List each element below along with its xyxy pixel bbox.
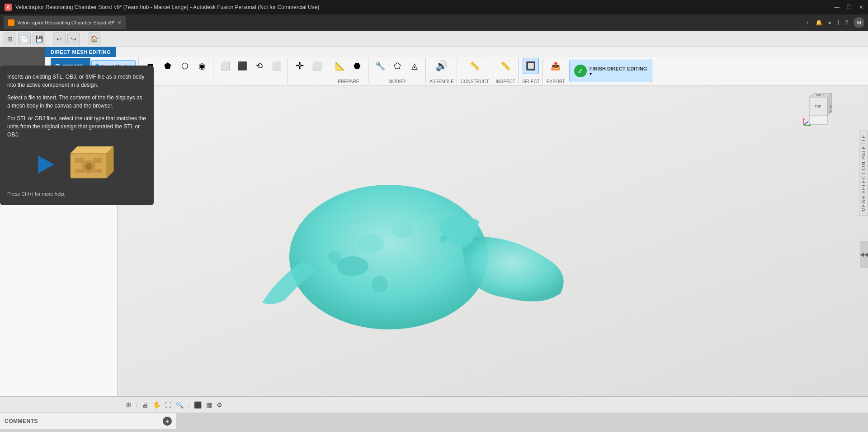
close-button[interactable]: ✕ [859, 4, 863, 10]
modify-tool-2[interactable]: ⬠ [389, 58, 406, 74]
frame-tool-1[interactable]: ⬜ [217, 58, 233, 74]
svg-point-10 [357, 235, 384, 253]
view-cube-svg: BACK TOP RIGHT [800, 93, 836, 129]
inspect-tool[interactable]: 📏 [497, 58, 514, 74]
convert-tool[interactable]: ⟲ [251, 58, 268, 74]
title-bar-text: Velociraptor Resonating Chamber Stand v9… [15, 4, 319, 10]
add-comment-button[interactable]: + [163, 417, 172, 426]
canvas-area[interactable]: BACK TOP RIGHT ◀◀ MESH SELECTION [118, 85, 868, 396]
home-button[interactable]: 🏠 [88, 33, 100, 45]
separator-2 [84, 34, 84, 43]
tab-icon [8, 19, 14, 26]
design-banner-row: DIRECT MESH EDITING [0, 47, 868, 57]
zoom-fit-btn[interactable]: ⛶ [165, 401, 171, 409]
display-btn[interactable]: ⬛ [194, 401, 202, 409]
view-cube[interactable]: BACK TOP RIGHT [800, 93, 836, 129]
help-icon[interactable]: ? [845, 19, 848, 26]
svg-point-15 [372, 276, 388, 292]
sphere-tool[interactable]: ⬟ [160, 58, 176, 74]
grid-button[interactable]: ⊞ [4, 33, 16, 45]
svg-marker-24 [809, 124, 811, 126]
title-bar-left: A Velociraptor Resonating Chamber Stand … [5, 4, 319, 11]
settings-btn[interactable]: ⚙ [217, 401, 222, 409]
svg-point-6 [85, 163, 92, 170]
finish-label: FINISH DIRECT EDITING ▾ [590, 66, 647, 76]
prepare-tool-2[interactable]: ⬣ [349, 58, 365, 74]
toolbar-main: ⊕ CREATE ▾ 🔷 Insert Mesh ⋯ ◼ ⬟ [45, 57, 868, 85]
undo-button[interactable]: ↩ [53, 33, 66, 45]
construct-tool[interactable]: 📏 [467, 58, 483, 74]
modify-label: MODIFY [388, 79, 406, 84]
svg-point-11 [391, 222, 414, 238]
hand-btn[interactable]: ✋ [153, 401, 160, 409]
scale-tool[interactable]: ⬜ [309, 58, 325, 74]
sidebar: ◀ BROWSER ▼ 👁 📄 Velociraptor Resonating … [0, 85, 118, 396]
frame-tool-2[interactable]: ⬛ [234, 58, 250, 74]
select-label: SELECT [522, 79, 540, 84]
save-button[interactable]: 💾 [33, 33, 45, 45]
select-tool[interactable]: 🔲 [523, 58, 539, 74]
prepare-group: 📐 ⬣ PREPARE [329, 58, 368, 84]
export-label: EXPORT [547, 79, 565, 84]
comments-label: COMMENTS [5, 418, 38, 424]
svg-point-16 [328, 251, 341, 263]
svg-rect-3 [75, 158, 84, 163]
export-tool[interactable]: 📤 [547, 58, 564, 74]
cylinder-tool[interactable]: ⬡ [177, 58, 193, 74]
assemble-tool[interactable]: 🔊 [434, 58, 450, 74]
edit-tools-group: ⬜ ⬛ ⟲ ⬜ [214, 58, 288, 84]
modify-tool-3[interactable]: ◬ [406, 58, 423, 74]
svg-rect-7 [75, 169, 84, 173]
select-inner: 🔲 [523, 58, 539, 74]
svg-point-14 [439, 235, 447, 243]
svg-point-12 [337, 256, 368, 276]
finish-direct-editing-button[interactable]: ✓ FINISH DIRECT EDITING ▾ [569, 60, 652, 82]
export-group: 📤 EXPORT [544, 58, 568, 84]
notifications-icon[interactable]: 🔔 [816, 19, 822, 26]
svg-line-25 [804, 122, 808, 125]
right-panel-toggle[interactable]: ◀◀ [860, 241, 868, 268]
minimize-button[interactable]: — [834, 4, 840, 10]
online-icon[interactable]: ● [828, 19, 831, 26]
move-bottom-btn[interactable]: ⊕ [126, 400, 132, 409]
print-btn[interactable]: 🖨 [142, 401, 148, 409]
zoom-btn[interactable]: 🔍 [176, 401, 184, 409]
app-icon: A [5, 4, 12, 11]
select-group: 🔲 SELECT [519, 58, 543, 84]
edit-tools-inner: ⬜ ⬛ ⟲ ⬜ [217, 58, 285, 74]
modify-tool-1[interactable]: 🔧 [372, 58, 388, 74]
export-inner: 📤 [547, 58, 564, 74]
svg-marker-1 [71, 146, 113, 153]
finish-check-icon: ✓ [574, 65, 587, 77]
extrude-tool[interactable]: ⬜ [269, 58, 285, 74]
torus-tool[interactable]: ◉ [194, 58, 210, 74]
redo-button[interactable]: ↪ [67, 33, 80, 45]
3d-model [244, 131, 583, 366]
cube-top-label: TOP [815, 105, 821, 108]
tab-close-button[interactable]: × [118, 19, 121, 26]
window-controls[interactable]: — ❐ ✕ [834, 4, 863, 10]
assemble-label: ASSEMBLE [429, 79, 454, 84]
maximize-button[interactable]: ❐ [847, 4, 852, 10]
main-content: ◀ BROWSER ▼ 👁 📄 Velociraptor Resonating … [0, 85, 868, 396]
add-tab-button[interactable]: ＋ [805, 19, 810, 27]
inspect-inner: 📏 [497, 58, 514, 74]
tooltip-image [7, 144, 118, 185]
direct-mesh-banner: DIRECT MESH EDITING [45, 47, 116, 57]
bottom-toolbar: ⊕ | 🖨 ✋ ⛶ 🔍 | ⬛ ▦ ⚙ [0, 396, 868, 413]
bottom-sep2: | [188, 402, 189, 408]
mesh-selection-palette[interactable]: MESH SELECTION PALETTE [859, 131, 868, 216]
prepare-tool-1[interactable]: 📐 [332, 58, 348, 74]
construct-label: CONSTRUCT [461, 79, 489, 84]
inspect-group: 📏 INSPECT [493, 58, 519, 84]
file-button[interactable]: 📄 [18, 33, 31, 45]
move-tool[interactable]: ✛ [292, 58, 308, 74]
tooltip-para3: For STL or OBJ files, select the unit ty… [7, 114, 118, 139]
avatar[interactable]: M [854, 17, 864, 28]
cube-right-label: RIGHT [829, 105, 832, 113]
assemble-group: 🔊 ASSEMBLE [427, 58, 457, 84]
tab-item[interactable]: Velociraptor Resonating Chamber Stand v9… [4, 16, 126, 29]
assemble-inner: 🔊 [434, 58, 450, 74]
svg-rect-8 [93, 169, 102, 173]
display-btn2[interactable]: ▦ [206, 401, 212, 409]
